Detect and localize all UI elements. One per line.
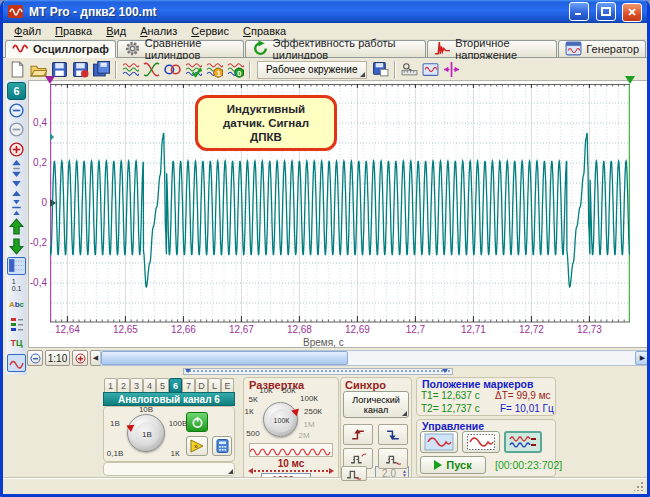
sweep-knob[interactable]: 100К	[263, 402, 298, 437]
waveforms-icon[interactable]	[120, 60, 141, 80]
y-tick-label: 0,4	[17, 117, 47, 128]
menu-item-вид[interactable]: Вид	[99, 24, 133, 38]
gain-knob[interactable]: 1В	[127, 414, 165, 452]
waveforms-link-icon[interactable]	[162, 60, 183, 80]
zoom-in-vertical-icon[interactable]	[7, 140, 26, 158]
channel-header: Аналоговый канал 6	[103, 392, 235, 406]
waveform-plot[interactable]	[50, 84, 630, 323]
scope-screen-icon[interactable]	[420, 60, 441, 80]
mini-slider-left-handle[interactable]	[185, 369, 191, 373]
phase-marks-icon[interactable]: ТЦ	[7, 334, 26, 352]
measure-tool-icon[interactable]	[399, 60, 420, 80]
save-all-icon[interactable]	[91, 60, 112, 80]
gain-label-1В: 1В	[110, 419, 120, 428]
channel-tab-3[interactable]: 3	[130, 378, 143, 392]
gain-knob-value: 1В	[135, 422, 159, 446]
new-file-icon[interactable]	[7, 60, 28, 80]
sweep-time-per-div: 10 мс	[249, 458, 333, 469]
scrollbar-thumb[interactable]	[101, 351, 348, 365]
mode-scroll-icon[interactable]	[504, 431, 542, 453]
marker-dt-readout: ΔT= 99,9 мс	[495, 390, 551, 401]
single-view-icon[interactable]	[7, 354, 26, 372]
workspace-combobox[interactable]: Рабочее окружение	[257, 61, 367, 79]
menu-item-правка[interactable]: Правка	[48, 24, 99, 38]
waveform-check-icon[interactable]	[183, 60, 204, 80]
sync-fall-icon[interactable]	[378, 424, 408, 445]
svg-text:»: »	[194, 443, 198, 450]
menu-item-файл[interactable]: Файл	[7, 24, 48, 38]
maximize-button[interactable]	[596, 2, 616, 21]
grid-toggle-icon[interactable]	[7, 257, 26, 275]
channel-tab-L[interactable]: L	[208, 378, 221, 392]
x-tick-label: 12,72	[514, 324, 548, 335]
hzoom-ratio: 1:10	[45, 350, 70, 366]
channel-tab-5[interactable]: 5	[156, 378, 169, 392]
minimize-button[interactable]	[569, 2, 589, 21]
panel-resize-grip[interactable]	[228, 469, 233, 474]
menu-item-сервис[interactable]: Сервис	[184, 24, 236, 38]
tab-генератор[interactable]: Генератор	[558, 40, 646, 57]
sync-title: Синхро	[345, 379, 386, 391]
x-tick-label: 12,65	[108, 324, 142, 335]
mode-single-icon[interactable]	[420, 431, 458, 453]
sync-rise-icon[interactable]	[343, 424, 373, 445]
menu-item-анализ[interactable]: Анализ	[133, 24, 184, 38]
mode-repeat-icon[interactable]	[462, 431, 500, 453]
channel-tab-1[interactable]: 1	[104, 378, 117, 392]
channel-tab-E[interactable]: E	[221, 378, 234, 392]
expand-markers-icon[interactable]	[441, 60, 462, 80]
hzoom-out-button[interactable]	[27, 350, 43, 366]
markers-title: Положение маркеров	[422, 378, 533, 390]
channel-tab-6[interactable]: 6	[169, 378, 182, 392]
power-button[interactable]	[186, 412, 208, 432]
sweep-label-100К: 100К	[300, 394, 318, 403]
close-button[interactable]: ✕	[622, 3, 642, 22]
sync-source-dropdown[interactable]: Логическийканал	[343, 391, 409, 418]
x-axis-title: Время, с	[303, 337, 344, 348]
range-mini-slider[interactable]	[183, 368, 453, 375]
start-button[interactable]: Пуск	[420, 456, 486, 474]
autoset-button[interactable]: »	[186, 436, 208, 456]
horizontal-scrollbar[interactable]: ▶	[100, 350, 650, 366]
waveform-badge1-icon[interactable]: 1	[204, 60, 225, 80]
marker-t1-handle[interactable]	[45, 76, 55, 84]
move-trace-up-icon[interactable]	[7, 218, 26, 236]
gain-knob-pointer	[125, 422, 135, 432]
sweep-span-arrows	[251, 470, 331, 472]
waveform-badge0-icon[interactable]: 0	[225, 60, 246, 80]
svg-text:1: 1	[217, 69, 221, 78]
marker-t2-handle[interactable]	[625, 76, 635, 84]
channel-tab-7[interactable]: 7	[182, 378, 195, 392]
mini-slider-right-handle[interactable]	[442, 369, 448, 373]
sweep-label-10К: 10К	[259, 386, 273, 395]
sync-pulse-level-icon[interactable]	[341, 466, 367, 481]
channel-tab-2[interactable]: 2	[117, 378, 130, 392]
marker-f-readout: F= 10,01 Гц	[500, 403, 554, 414]
calculator-button[interactable]	[212, 436, 232, 456]
channel-list-icon[interactable]	[7, 315, 26, 333]
scroll-right-button[interactable]: ▶	[635, 351, 650, 365]
annotation-callout[interactable]: Индуктивныйдатчик. СигналДПКВ	[195, 95, 337, 151]
export-image-icon[interactable]	[370, 60, 391, 80]
menu-item-справка[interactable]: Справка	[236, 24, 293, 38]
app-icon	[8, 4, 24, 20]
titlebar[interactable]: MT Pro - дпкв2 100.mt ✕	[3, 0, 647, 23]
tab-осциллограф[interactable]: Осциллограф	[5, 40, 116, 58]
tab-вторичное-напряжение[interactable]: Вторичное напряжение	[427, 40, 557, 57]
save-as-icon[interactable]	[70, 60, 91, 80]
labels-abc-icon[interactable]: Abc	[7, 295, 26, 313]
window-resize-grip[interactable]	[634, 481, 644, 491]
channel-status-strip	[103, 462, 235, 476]
waveforms-compare-icon[interactable]	[141, 60, 162, 80]
hzoom-in-button[interactable]	[72, 350, 88, 366]
channel-tab-4[interactable]: 4	[143, 378, 156, 392]
tab-сравнение-цилиндров[interactable]: Сравнение цилиндров	[117, 40, 244, 57]
center-vertical-icon[interactable]	[7, 179, 26, 197]
channel-tab-D[interactable]: D	[195, 378, 208, 392]
channel-6-button[interactable]: 6	[7, 82, 26, 100]
tab-эффективность-работы-цилиндров[interactable]: Эффективность работы цилиндров	[245, 40, 427, 57]
sync-pulse-fall-icon[interactable]	[378, 448, 408, 469]
toolbar: 10Рабочее окружение	[3, 59, 647, 80]
marker-t2-readout: T2= 12,737 с	[421, 403, 480, 414]
x-tick-label: 12,66	[166, 324, 200, 335]
